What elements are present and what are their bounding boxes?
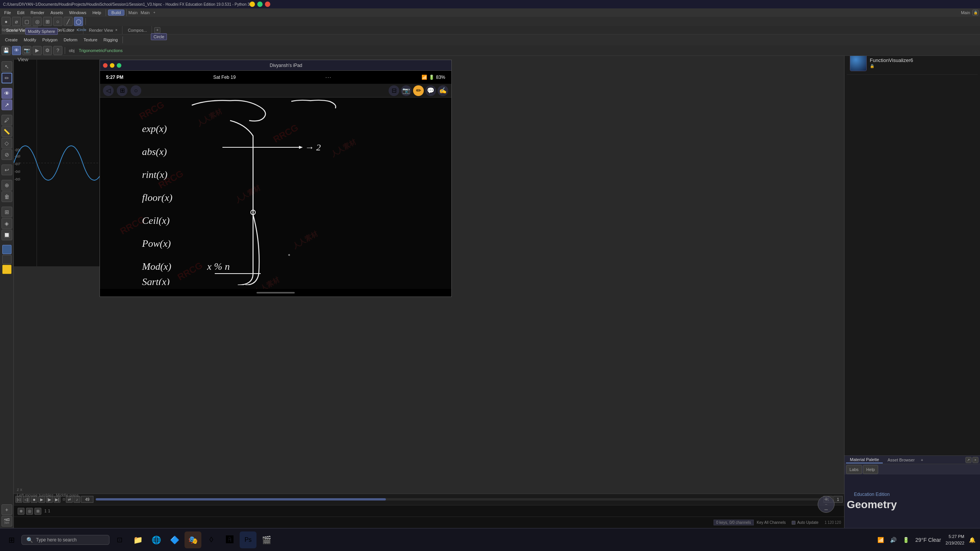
tool-delete[interactable]: 🗑 — [2, 191, 12, 202]
maximize-btn[interactable] — [257, 2, 263, 7]
add-workspace-btn[interactable]: + — [151, 10, 157, 16]
color-swatch-dark[interactable] — [2, 255, 11, 264]
tool-eraser[interactable]: ⊘ — [2, 149, 12, 160]
tl-realtime-btn[interactable] — [63, 498, 65, 500]
explorer-icon[interactable]: 📁 — [129, 531, 146, 548]
question-btn[interactable]: ? — [53, 46, 62, 55]
start-btn[interactable]: ⊞ — [3, 531, 20, 548]
save-hip-btn[interactable]: 💾 — [2, 46, 11, 55]
detach-panel-btn[interactable]: ↗ — [965, 457, 972, 463]
close-panel-btn[interactable]: × — [972, 457, 978, 463]
wifi-sys-icon[interactable]: 📶 — [876, 535, 885, 544]
tool-scene[interactable]: 🎬 — [2, 516, 12, 527]
epic-icon[interactable]: ◊ — [203, 531, 220, 548]
adobe-icon[interactable]: 🅰 — [221, 531, 238, 548]
line-btn[interactable]: ╱ — [64, 17, 73, 26]
compass-widget[interactable]: + ─ − — [818, 496, 835, 513]
menu-edit[interactable]: Edit — [15, 10, 27, 16]
tl-icon1[interactable]: ⊕ — [18, 508, 24, 515]
circle-btn[interactable]: ◯ — [74, 17, 83, 26]
tool-diamond[interactable]: ◇ — [2, 138, 12, 148]
ipad-back-btn[interactable]: ◁ — [103, 85, 114, 96]
tool-arrow[interactable]: ↗ — [2, 99, 12, 110]
help-btn[interactable]: Help — [863, 465, 879, 474]
tool-add[interactable]: + — [2, 504, 12, 515]
asset-browser-tab[interactable]: Asset Browser — [884, 457, 918, 463]
ipad-grid2-btn[interactable]: ⊟ — [389, 85, 399, 96]
rigging-btn[interactable]: Rigging — [101, 37, 120, 43]
tool-grid-view[interactable]: ⊞ — [2, 207, 12, 217]
create-btn[interactable]: Create — [2, 37, 20, 43]
close-tab-render[interactable]: × — [115, 28, 118, 32]
sound-icon[interactable]: 🔊 — [889, 535, 898, 544]
taskbar-search[interactable]: 🔍 Type here to search — [21, 535, 109, 545]
tool-copy[interactable]: ⊕ — [2, 180, 12, 191]
ipad-max-btn[interactable] — [117, 63, 121, 68]
ipad-grid-btn[interactable]: ⊞ — [117, 85, 127, 96]
compass-plus-btn[interactable]: + — [824, 496, 828, 503]
tl-icon2[interactable]: ◎ — [26, 508, 33, 515]
camera-icon-btn[interactable]: 📷 — [22, 46, 31, 55]
modify-btn[interactable]: Modify — [21, 37, 39, 43]
add-bottom-tab[interactable]: + — [919, 457, 924, 463]
menu-file[interactable]: File — [2, 10, 14, 16]
polygon-btn[interactable]: Polygon — [39, 37, 60, 43]
tool-scene-ref[interactable]: 🔲 — [2, 230, 12, 240]
tool-eye[interactable]: 👁 — [2, 88, 12, 99]
tl-icon3[interactable]: ⊞ — [34, 508, 41, 515]
torus-btn[interactable]: ◎ — [33, 17, 42, 26]
sphere-btn[interactable]: ● — [2, 17, 11, 26]
battery-sys-icon[interactable]: 🔋 — [901, 535, 911, 544]
chrome-icon[interactable]: 🌐 — [148, 531, 165, 548]
menu-assets[interactable]: Assets — [48, 10, 66, 16]
edge-icon[interactable]: 🔷 — [166, 531, 183, 548]
ipad-pen-btn[interactable]: ✏ — [413, 85, 424, 96]
ps-icon[interactable]: Ps — [240, 531, 256, 548]
eye-toggle-btn[interactable]: 👁 — [12, 46, 21, 55]
task-view-btn[interactable]: ⊡ — [111, 531, 128, 548]
circle-node[interactable]: Circle — [151, 33, 167, 40]
extra-icon[interactable]: 🎬 — [258, 531, 275, 548]
ipad-chat-btn[interactable]: 💬 — [425, 85, 436, 96]
ipad-min-btn[interactable] — [110, 63, 114, 68]
menu-windows[interactable]: Windows — [67, 10, 89, 16]
tool-pen[interactable]: 🖊 — [2, 115, 12, 126]
color-swatch-yellow[interactable] — [2, 265, 11, 274]
settings-main-btn[interactable]: ⚙ — [43, 46, 52, 55]
workspace-lock[interactable]: 🔒 — [972, 10, 978, 16]
ipad-close-btn[interactable] — [103, 63, 108, 68]
render-btn[interactable]: ▶ — [33, 46, 42, 55]
tool-network[interactable]: ◈ — [2, 218, 12, 229]
tube-btn[interactable]: ⌀ — [12, 17, 21, 26]
color-swatch-blue[interactable] — [2, 245, 11, 254]
menu-help[interactable]: Help — [90, 10, 104, 16]
ipad-edit-btn[interactable]: ✍ — [438, 85, 448, 96]
timeline-scrubber[interactable] — [96, 498, 821, 500]
main-tab[interactable]: Main — [140, 10, 150, 15]
tab-compos[interactable]: Compos... — [123, 26, 152, 34]
tab-render-view[interactable]: Render View × — [84, 26, 122, 34]
build-btn[interactable]: Build — [108, 10, 124, 16]
system-clock[interactable]: 5:27 PM 2/19/2022 — [946, 533, 964, 546]
material-palette-tab[interactable]: Material Palette — [846, 456, 883, 463]
grid-btn[interactable]: ⊞ — [43, 17, 52, 26]
tool-select[interactable]: ↖ — [2, 61, 12, 72]
houdini-icon[interactable]: 🎭 — [185, 531, 201, 548]
tool-pencil[interactable]: ✏ — [2, 73, 12, 83]
deform-btn[interactable]: Deform — [61, 37, 80, 43]
compass-minus-btn[interactable]: − — [824, 506, 828, 513]
box-btn[interactable]: ▢ — [22, 17, 31, 26]
channels-display[interactable]: 0 keys, 0/0 channels — [714, 520, 754, 525]
frame-end-input[interactable] — [833, 496, 843, 503]
notification-icon[interactable]: 🔔 — [967, 535, 977, 544]
tool-undo[interactable]: ↩ — [2, 165, 12, 175]
labs-btn[interactable]: Labs — [846, 465, 862, 474]
menu-render[interactable]: Render — [28, 10, 47, 16]
ipad-home-bar[interactable] — [256, 292, 295, 293]
ipad-camera-btn[interactable]: 📷 — [401, 85, 412, 96]
ipad-circle-btn[interactable]: ○ — [131, 85, 141, 96]
minimize-btn[interactable] — [250, 2, 255, 7]
null-btn[interactable]: ○ — [53, 17, 62, 26]
texture-btn[interactable]: Texture — [81, 37, 100, 43]
add-tab-btn[interactable]: + — [154, 27, 160, 33]
